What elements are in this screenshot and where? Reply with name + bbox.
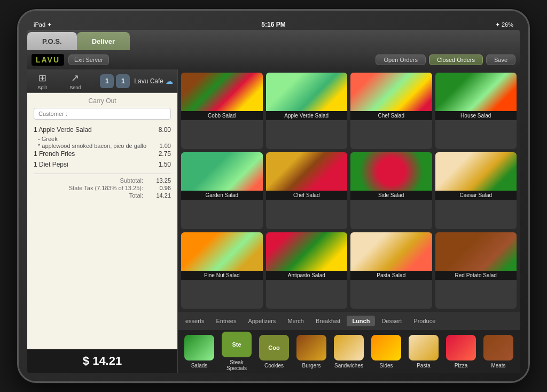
subtotal-label: Subtotal: — [120, 177, 143, 184]
apple-verde-image — [266, 73, 348, 111]
order-modifier-greek: - Greek — [34, 136, 171, 142]
pine-nut-label: Pine Nut Salad — [181, 271, 263, 280]
status-bar: iPad ✦ 5:16 PM ✦ 26% — [27, 19, 520, 30]
menu-item-side-salad[interactable]: Side Salad — [350, 152, 432, 229]
left-panel-toolbar: ⊞ Split ↗ Send 1 1 Lavu Cafe — [27, 69, 177, 93]
exit-server-button[interactable]: Exit Server — [68, 54, 109, 65]
customer-input[interactable] — [34, 108, 171, 120]
pine-nut-image — [181, 232, 263, 271]
cat-tab-merch[interactable]: Merch — [282, 316, 309, 326]
cat-tab-dessert[interactable]: Dessert — [376, 316, 407, 326]
lavu-logo: LAVU — [32, 54, 64, 66]
subtotal-row: Subtotal: 13.25 — [34, 177, 171, 184]
split-button[interactable]: ⊞ Split — [32, 72, 53, 90]
order-item-fries-price: 2.75 — [150, 150, 171, 158]
screen: P.O.S. Deliver LAVU Exit Server Open Ord… — [27, 30, 520, 373]
menu-item-cobb[interactable]: Cobb Salad — [181, 73, 263, 149]
apple-verde-label: Apple Verde Salad — [266, 111, 348, 120]
save-button[interactable]: Save — [486, 54, 515, 65]
subcat-cookies[interactable]: Coo Cookies — [257, 335, 291, 369]
subcat-salads[interactable]: Salads — [182, 335, 216, 369]
toolbar-right: Open Orders Closed Orders Save — [376, 54, 515, 65]
menu-item-garden[interactable]: Garden Salad — [181, 152, 263, 229]
garden-salad-image — [181, 152, 263, 191]
cookies-thumbnail: Coo — [259, 335, 289, 360]
subcat-steak-specials[interactable]: Ste Steak Specials — [220, 332, 254, 371]
order-item-1[interactable]: 1 Apple Verde Salad 8.00 — [34, 125, 171, 135]
send-button[interactable]: ↗ Send — [69, 72, 81, 90]
pasta-thumbnail — [409, 335, 439, 360]
chef2-image — [266, 152, 348, 191]
sandwiches-label: Sandwiches — [334, 363, 363, 369]
tab-pos[interactable]: P.O.S. — [27, 32, 77, 50]
tab-deliver[interactable]: Deliver — [77, 32, 130, 50]
sides-thumbnail — [371, 335, 401, 360]
menu-item-red-potato[interactable]: Red Potato Salad — [435, 232, 517, 309]
subcat-sides[interactable]: Sides — [369, 335, 403, 369]
menu-item-house-salad[interactable]: House Salad — [435, 73, 517, 149]
ipad-frame: iPad ✦ 5:16 PM ✦ 26% P.O.S. Deliver LAVU… — [17, 9, 530, 383]
menu-item-chef-salad[interactable]: Chef Salad — [350, 73, 432, 149]
cloud-icon: ☁ — [166, 77, 173, 85]
sides-label: Sides — [379, 363, 393, 369]
caesar-image — [435, 152, 517, 191]
menu-item-pasta-salad[interactable]: Pasta Salad — [350, 232, 432, 309]
meats-thumbnail — [483, 335, 513, 360]
status-right: ✦ 26% — [495, 21, 513, 28]
addon-price: 1.00 — [160, 143, 171, 149]
caesar-label: Caesar Salad — [435, 191, 517, 200]
open-orders-button[interactable]: Open Orders — [376, 54, 426, 65]
side-salad-image — [350, 152, 432, 191]
menu-item-caesar[interactable]: Caesar Salad — [435, 152, 517, 229]
order-badge-2[interactable]: 1 — [116, 74, 130, 88]
sandwiches-thumbnail — [334, 335, 364, 360]
cat-tab-desserts[interactable]: esserts — [180, 316, 209, 326]
order-item-1-name: 1 Apple Verde Salad — [34, 126, 150, 134]
order-badge-1[interactable]: 1 — [100, 74, 114, 88]
total-amount: 14.21 — [150, 192, 171, 199]
menu-item-antipasto[interactable]: Antipasto Salad — [266, 232, 348, 309]
cafe-name: Lavu Cafe — [134, 77, 163, 85]
order-item-pepsi[interactable]: 1 Diet Pepsi 1.50 — [34, 160, 171, 169]
pizza-thumbnail — [446, 335, 476, 360]
toolbar: LAVU Exit Server Open Orders Closed Orde… — [27, 50, 520, 69]
cat-tab-appetizers[interactable]: Appetizers — [243, 316, 281, 326]
order-item-fries[interactable]: 1 French Fries 2.75 — [34, 149, 171, 159]
garden-salad-label: Garden Salad — [181, 191, 263, 200]
steak-specials-label: Steak Specials — [220, 359, 254, 371]
cat-tab-produce[interactable]: Produce — [408, 316, 441, 326]
split-label: Split — [37, 85, 47, 90]
subcat-sandwiches[interactable]: Sandwiches — [332, 335, 366, 369]
status-time: 5:16 PM — [261, 21, 285, 28]
chef-salad-label: Chef Salad — [350, 111, 432, 120]
total-row: Total: 14.21 — [34, 192, 171, 199]
cobb-salad-label: Cobb Salad — [181, 111, 263, 120]
antipasto-image — [266, 232, 348, 271]
menu-item-chef2[interactable]: Chef Salad — [266, 152, 348, 229]
addon-name: * applewood smoked bacon, pico de gallo — [38, 143, 146, 149]
carry-out-title: Carry Out — [34, 97, 171, 105]
order-content: Carry Out 1 Apple Verde Salad 8.00 - Gre… — [27, 93, 177, 349]
subcat-pizza[interactable]: Pizza — [444, 335, 478, 369]
left-panel: ⊞ Split ↗ Send 1 1 Lavu Cafe — [27, 69, 178, 373]
subcat-pasta[interactable]: Pasta — [407, 335, 441, 369]
pizza-label: Pizza — [455, 363, 467, 369]
cafe-label: Lavu Cafe ☁ — [134, 77, 173, 85]
meats-label: Meats — [491, 363, 505, 369]
pasta-salad-image — [350, 232, 432, 271]
menu-item-pine-nut[interactable]: Pine Nut Salad — [181, 232, 263, 309]
subcat-meats[interactable]: Meats — [481, 335, 515, 369]
cat-tab-lunch[interactable]: Lunch — [347, 316, 375, 326]
number-badges: 1 1 — [100, 74, 130, 88]
subcat-burgers[interactable]: Burgers — [294, 335, 329, 369]
red-potato-image — [435, 232, 517, 271]
tax-row: State Tax (7.183% of 13.25): 0.96 — [34, 185, 171, 191]
cookies-label: Cookies — [264, 363, 284, 369]
burgers-label: Burgers — [302, 363, 321, 369]
menu-item-apple-verde[interactable]: Apple Verde Salad — [266, 73, 348, 149]
tab-bar: P.O.S. Deliver — [27, 30, 520, 50]
cat-tab-entrees[interactable]: Entrees — [210, 316, 241, 326]
cat-tab-breakfast[interactable]: Breakfast — [310, 316, 346, 326]
order-item-fries-name: 1 French Fries — [34, 150, 150, 158]
closed-orders-button[interactable]: Closed Orders — [429, 54, 483, 65]
